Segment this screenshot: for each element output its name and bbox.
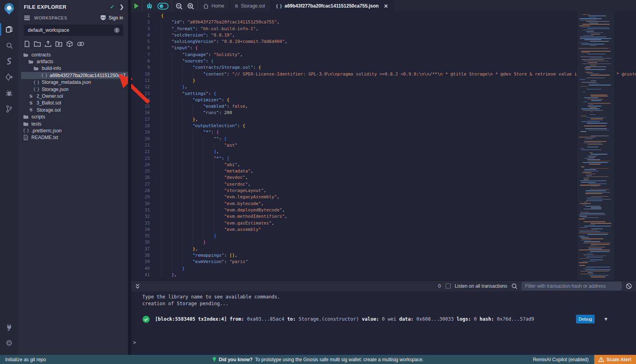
copilot-toggle[interactable] [157,3,169,10]
plug-icon [5,323,13,331]
file-tree-item[interactable]: { }Storage_metadata.json [18,79,128,86]
file-tree-item[interactable]: build-info [18,65,128,72]
clear-console-icon[interactable] [626,283,632,289]
code-editor[interactable]: 1234567891011121314151617181920212223242… [131,12,636,280]
hamburger-menu-icon[interactable] [24,15,30,20]
terminal-line: Type the library name to see available c… [131,291,636,300]
code-line: "solcLongVersion": "0.8.19+commit.7dd6d4… [161,39,636,45]
minimap-line [582,121,600,122]
minimap-line [590,114,595,115]
file-tree-item[interactable]: README.txt [18,134,128,141]
minimap-line [586,257,603,258]
sidebar-item-deploy-run[interactable] [0,69,18,85]
link-icon[interactable] [77,41,85,47]
minimap-line [590,246,596,246]
terminal-prompt[interactable]: > [133,340,136,345]
debug-button[interactable]: Debug [576,315,595,323]
minimap-line [591,136,609,136]
minimap-line [583,243,611,244]
file-name: 3_Ballot.sol [37,100,61,106]
sidebar-item-solidity-compiler[interactable] [0,53,18,69]
transaction-filter-input[interactable] [522,282,622,290]
minimap-line [583,35,594,36]
minimap-line [587,123,607,124]
collapse-terminal-icon[interactable] [134,283,141,289]
cube-icon[interactable] [66,41,73,47]
code-line: } [161,239,636,246]
tab-build-info-json[interactable]: { } a69b43f277ba20fcac141151250ca755.jso… [271,0,394,12]
sidebar-item-debugger[interactable] [0,85,18,101]
ai-assistant-icon[interactable] [145,2,153,10]
zoom-in-icon[interactable] [187,2,194,10]
run-script-button[interactable] [134,3,139,9]
tx-value: 0 wei [382,316,396,322]
new-file-icon[interactable] [24,41,30,47]
sidebar-item-settings[interactable]: ⚙ [0,335,18,351]
file-tree-item[interactable]: S3_Ballot.sol [18,100,128,106]
minimap-line [584,158,594,159]
file-tree-item[interactable]: SStorage.sol [18,106,128,113]
tab-storage-sol[interactable]: S Storage.sol [230,0,271,12]
file-tree-item[interactable]: { }Storage.json [18,86,128,93]
upload-file-icon[interactable] [45,41,52,47]
zoom-out-icon[interactable] [175,2,183,10]
minimap[interactable] [577,12,615,280]
code-line: ] [161,233,636,239]
sidebar-item-search[interactable] [0,37,18,53]
code-line: { [161,13,636,19]
github-signin-button[interactable]: Sign in [100,15,123,21]
sidebar-item-plugin-manager[interactable] [0,319,18,335]
sidebar-item-file-explorer[interactable] [0,21,18,37]
file-tree-item[interactable]: scripts [18,114,128,120]
git-icon [6,105,13,113]
minimap-line [588,248,602,249]
tab-home[interactable]: Home [198,0,230,12]
close-tab-icon[interactable]: ✕ [384,3,388,9]
solidity-file-icon: S [28,94,34,99]
code-line: "evm.gasEstimates", [161,220,636,227]
solidity-compiler-icon [6,57,13,65]
minimap-line [588,62,597,63]
minimap-line [581,182,596,183]
git-init-button[interactable]: Initialize as git repo [5,357,46,362]
chevron-right-icon[interactable]: ❯ [119,4,124,10]
code-line: "abi", [161,162,636,168]
code-line: "evmVersion": "paris" [161,259,636,265]
minimap-line [583,102,588,103]
panel-resize-handle[interactable] [128,0,131,355]
search-transactions-icon[interactable] [511,283,518,289]
minimap-line [584,68,591,68]
line-number: 24 [131,162,150,168]
code-lines[interactable]: {"id": "a69b43f277ba20fcac141151250ca755… [161,13,636,278]
gear-icon: ⚙ [6,339,13,347]
file-name: Storage_metadata.json [42,79,91,85]
file-tree-item[interactable]: { }.prettierrc.json [18,127,128,134]
minimap-line [583,110,603,111]
file-tree-item[interactable]: tests [18,120,128,127]
scam-alert-button[interactable]: Scam Alert [594,355,636,364]
listen-all-transactions-checkbox[interactable] [446,283,451,288]
minimap-line [589,17,596,18]
file-tree-item[interactable]: contracts [18,51,128,58]
code-line: } [161,265,636,272]
file-tree-item[interactable]: S2_Owner.sol [18,93,128,99]
copilot-status[interactable]: RemixAI Copilot (enabled) [533,357,589,362]
upload-folder-icon[interactable] [55,41,62,47]
file-name: Storage.json [42,87,68,92]
minimap-line [589,23,598,23]
transaction-summary: [block:5583405 txIndex:4] from: 0xa03...… [155,316,534,322]
new-folder-icon[interactable] [34,41,41,47]
minimap-line [580,213,605,214]
line-number: 31 [131,207,150,213]
file-name: 2_Owner.sol [37,93,63,99]
sidebar-item-git[interactable] [0,101,18,117]
terminal[interactable]: Type the library name to see available c… [131,291,636,355]
transaction-log-row[interactable]: [block:5583405 txIndex:4] from: 0xa03...… [131,313,636,325]
file-tree-item[interactable]: artifacts [18,58,128,65]
minimap-line [586,66,606,67]
file-tree-item[interactable]: { }a69b43f277ba20fcac141151250ca7... [21,72,128,79]
remix-logo[interactable] [2,2,16,16]
minimap-line [585,206,601,207]
expand-transaction-icon[interactable]: ▼ [605,316,607,322]
workspace-select[interactable]: default_workspace [24,25,123,36]
